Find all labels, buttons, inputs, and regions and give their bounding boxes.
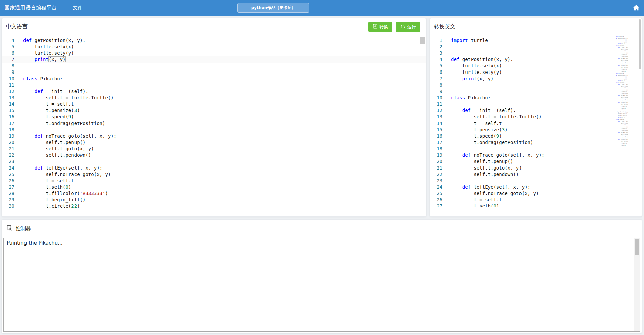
left-panel-title: 中文语言 [6,23,28,30]
top-navbar: 国家通用语言编程平台 文件 python作品（皮卡丘） [0,0,644,16]
code-line[interactable]: 12 def __init__(self): [2,88,426,95]
line-number: 26 [430,197,450,203]
line-number: 13 [430,114,450,120]
run-button-label: 运行 [407,24,416,30]
code-line[interactable]: 6 turtle.sety(y) [430,69,641,76]
code-line[interactable]: 17 t.ondrag(getPosition) [2,120,426,127]
code-line[interactable]: 5 turtle.setx(x) [430,63,641,69]
code-line[interactable]: 28 t.fillcolor('#333333') [2,190,426,197]
code-line[interactable]: 21 self.t.goto(x, y) [2,146,426,152]
code-line[interactable]: 26 t = self.t [2,178,426,184]
project-title-button[interactable]: python作品（皮卡丘） [237,3,309,13]
code-line[interactable]: 19 def noTrace_goto(self, x, y): [2,133,426,139]
code-line[interactable]: 17 t.ondrag(getPosition) [430,139,641,146]
code-line[interactable]: 4def getPosition(x, y): [430,56,641,63]
line-number: 4 [430,56,450,63]
run-button[interactable]: 运行 [396,22,420,32]
code-line[interactable]: 27 t.seth(0) [2,184,426,190]
code-line[interactable]: 16 t.speed(9) [2,114,426,120]
code-line[interactable]: 19 def noTrace_goto(self, x, y): [430,152,641,158]
minimap[interactable]: import turtledef getPosition(x, y): turt… [616,36,628,205]
line-number: 4 [2,37,22,44]
line-number: 2 [430,44,450,50]
line-number: 18 [2,127,22,133]
line-number: 9 [2,69,22,76]
code-line[interactable]: 18 [430,146,641,152]
line-number: 11 [430,101,450,107]
code-line[interactable]: 18 [2,127,426,133]
code-line[interactable]: 20 self.t.penup() [430,158,641,165]
line-number: 24 [430,184,450,190]
code-line[interactable]: 9 [430,88,641,95]
line-number: 7 [2,56,22,63]
code-line[interactable]: 24 def leftEye(self, x, y): [2,165,426,171]
code-line[interactable]: 8 [430,82,641,88]
controller-icon [7,225,13,232]
chinese-code-editor[interactable]: 4def getPosition(x, y):5 turtle.setx(x)6… [2,36,426,209]
code-line[interactable]: 22 self.t.pendown() [2,152,426,158]
code-line[interactable]: 11 [430,101,641,107]
app-title: 国家通用语言编程平台 [5,5,57,11]
code-line[interactable]: 6 turtle.sety(y) [2,50,426,56]
code-line[interactable]: 23 [2,158,426,165]
convert-button-label: 转换 [379,24,388,30]
line-number: 23 [2,158,22,165]
line-number: 27 [430,203,450,207]
code-line[interactable]: 4def getPosition(x, y): [2,37,426,44]
code-line[interactable]: 8 [2,63,426,69]
left-panel-header: 中文语言 转换 运行 [2,18,426,35]
line-number: 17 [430,139,450,146]
english-code-panel: 转换英文 1import turtle234def getPosition(x,… [430,18,642,217]
line-number: 21 [2,146,22,152]
code-line[interactable]: 7 print(x, y) [430,76,641,82]
code-line[interactable]: 26 t = self.t [430,197,641,203]
code-line[interactable]: 2 [430,44,641,50]
code-line[interactable]: 25 self.noTrace_goto(x, y) [430,190,641,197]
code-line[interactable]: 30 t.circle(22) [2,203,426,209]
code-line[interactable]: 14 t = self.t [430,120,641,127]
code-line[interactable]: 21 self.t.goto(x, y) [430,165,641,171]
code-line[interactable]: 29 t.begin_fill() [2,197,426,203]
code-line[interactable]: 15 t.pensize(3) [2,107,426,114]
code-line[interactable]: 24 def leftEye(self, x, y): [430,184,641,190]
code-line[interactable]: 13 self.t = turtle.Turtle() [430,114,641,120]
line-number: 11 [2,82,22,88]
line-number: 10 [2,76,22,82]
code-line[interactable]: 16 t.speed(9) [430,133,641,139]
code-line[interactable]: 27 t.seth(0) [430,203,641,207]
code-line[interactable]: 3 [430,50,641,56]
code-line[interactable]: 12 def __init__(self): [430,107,641,114]
left-editor-scrollbar-thumb[interactable] [420,37,425,44]
menu-file[interactable]: 文件 [73,5,82,11]
line-number: 16 [2,114,22,120]
code-line[interactable]: 10class Pikachu: [430,95,641,101]
code-line[interactable]: 9 [2,69,426,76]
code-line[interactable]: 1import turtle [430,37,641,44]
code-line[interactable]: 15 t.pensize(3) [430,127,641,133]
line-number: 17 [2,120,22,127]
code-line[interactable]: 14 t = self.t [2,101,426,107]
convert-button[interactable]: 转换 [368,22,392,32]
code-line[interactable]: 10class Pikachu: [2,76,426,82]
code-line[interactable]: 13 self.t = turtle.Turtle() [2,95,426,101]
line-number: 24 [2,165,22,171]
english-code-editor[interactable]: 1import turtle234def getPosition(x, y):5… [430,36,641,207]
line-number: 13 [2,95,22,101]
line-number: 18 [430,146,450,152]
line-number: 15 [2,107,22,114]
home-icon[interactable] [633,5,640,11]
line-number: 23 [430,178,450,184]
convert-icon [373,24,377,30]
code-line[interactable]: 11 [2,82,426,88]
code-line[interactable]: 20 self.t.penup() [2,139,426,146]
code-line[interactable]: 25 self.noTrace_goto(x, y) [2,171,426,178]
code-line[interactable]: 22 self.t.pendown() [430,171,641,178]
code-line[interactable]: 7 print(x, y) [2,56,426,63]
output-scrollbar[interactable] [634,238,640,331]
right-editor-scrollbar-thumb[interactable] [639,19,641,69]
line-number: 12 [430,107,450,114]
code-line[interactable]: 23 [430,178,641,184]
output-scrollbar-thumb[interactable] [635,239,639,255]
controller-output[interactable]: Painting the Pikachu... [3,238,640,332]
code-line[interactable]: 5 turtle.setx(x) [2,44,426,50]
